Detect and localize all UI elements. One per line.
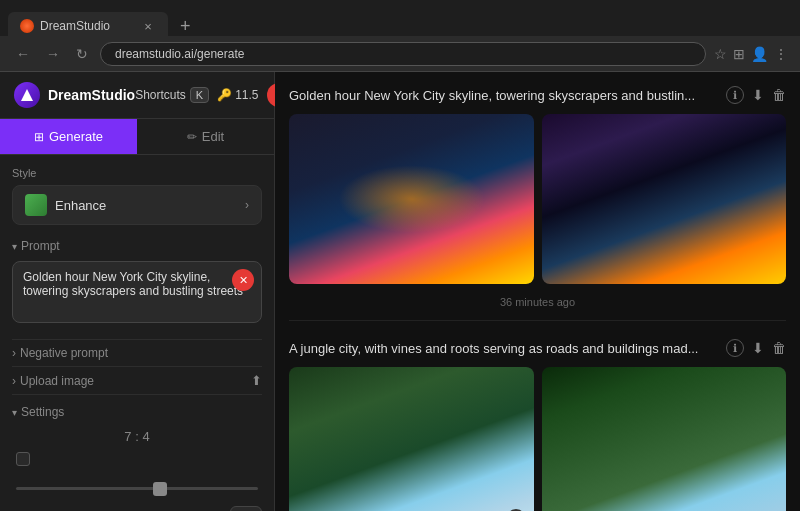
gen-actions-2: ℹ ⬇ 🗑	[726, 339, 786, 357]
prompt-clear-button[interactable]: ✕	[232, 269, 254, 291]
shortcuts-label: Shortcuts	[135, 88, 186, 102]
ratio-checkbox[interactable]	[16, 452, 30, 466]
app-logo: DreamStudio	[14, 82, 135, 108]
prompt-wrapper: Golden hour New York City skyline, tower…	[12, 261, 262, 327]
logo-inner	[21, 89, 33, 101]
sky-glow	[338, 165, 485, 233]
logo-icon	[14, 82, 40, 108]
ratio-slider[interactable]	[16, 487, 258, 490]
browser-chrome: DreamStudio × + ← → ↻ ☆ ⊞ 👤 ⋮	[0, 0, 800, 72]
gen-image-2-1[interactable]: ?	[289, 367, 534, 511]
gen-image-1-1[interactable]	[289, 114, 534, 284]
gen-delete-button-2[interactable]: 🗑	[772, 340, 786, 356]
gen-image-2-2[interactable]	[542, 367, 787, 511]
upload-label: › Upload image	[12, 374, 94, 388]
app: DreamStudio Shortcuts K 🔑 11.5 R ⊞ Gener…	[0, 72, 800, 511]
extensions-icon[interactable]: ⊞	[733, 46, 745, 62]
style-section-label: Style	[12, 167, 262, 179]
main-content: Golden hour New York City skyline, tower…	[275, 72, 800, 511]
negative-prompt-expand-icon: ›	[12, 346, 16, 360]
shortcut-key-badge: K	[190, 87, 209, 103]
forward-button[interactable]: →	[42, 44, 64, 64]
upload-image-row[interactable]: › Upload image ⬆	[12, 366, 262, 394]
tab-bar: DreamStudio × +	[0, 0, 800, 36]
address-bar-row: ← → ↻ ☆ ⊞ 👤 ⋮	[0, 36, 800, 72]
gen-actions-1: ℹ ⬇ 🗑	[726, 86, 786, 104]
gen-header-1: Golden hour New York City skyline, tower…	[289, 86, 786, 104]
credits-value: 11.5	[235, 88, 258, 102]
checkbox-row	[16, 452, 258, 466]
prompt-collapse-icon: ▾	[12, 241, 17, 252]
gen-header-2: A jungle city, with vines and roots serv…	[289, 339, 786, 357]
refresh-button[interactable]: ↻	[72, 44, 92, 64]
style-text: Enhance	[55, 198, 106, 213]
ratio-slider-container	[12, 452, 262, 494]
style-selector[interactable]: Enhance ›	[12, 185, 262, 225]
tab-title: DreamStudio	[40, 19, 134, 33]
ratio-display: 7 : 4	[12, 429, 262, 444]
settings-label: Settings	[21, 405, 64, 419]
browser-icons: ☆ ⊞ 👤 ⋮	[714, 46, 788, 62]
topbar-right: Shortcuts K 🔑 11.5 R	[135, 83, 290, 107]
prompt-input[interactable]: Golden hour New York City skyline, tower…	[12, 261, 262, 323]
upload-expand-icon: ›	[12, 374, 16, 388]
images-grid-2: ?	[289, 367, 786, 511]
sidebar-tabs: ⊞ Generate ✏ Edit	[0, 119, 274, 155]
gen-delete-button-1[interactable]: 🗑	[772, 87, 786, 103]
negative-prompt-label: Negative prompt	[20, 346, 108, 360]
style-icon	[25, 194, 47, 216]
sidebar: DreamStudio Shortcuts K 🔑 11.5 R ⊞ Gener…	[0, 72, 275, 511]
new-tab-button[interactable]: +	[172, 16, 199, 37]
generate-tab-icon: ⊞	[34, 130, 44, 144]
gen-timestamp-1: 36 minutes ago	[289, 292, 786, 321]
settings-collapse-icon: ▾	[12, 407, 17, 418]
upload-label-text: Upload image	[20, 374, 94, 388]
gen-info-button-2[interactable]: ℹ	[726, 339, 744, 357]
generation-group-2: A jungle city, with vines and roots serv…	[275, 325, 800, 511]
style-inner: Enhance	[25, 194, 106, 216]
tab-edit[interactable]: ✏ Edit	[137, 119, 274, 154]
prompt-section-header[interactable]: ▾ Prompt	[12, 239, 262, 253]
gen-prompt-text-1: Golden hour New York City skyline, tower…	[289, 88, 726, 103]
images-grid-1	[289, 114, 786, 284]
active-tab[interactable]: DreamStudio ×	[8, 12, 168, 40]
gen-prompt-text-2: A jungle city, with vines and roots serv…	[289, 341, 726, 356]
upload-icon: ⬆	[251, 373, 262, 388]
style-chevron-icon: ›	[245, 198, 249, 212]
credits-display: 🔑 11.5	[217, 88, 258, 102]
prompt-section: ▾ Prompt Golden hour New York City skyli…	[12, 239, 262, 327]
gen-download-button-2[interactable]: ⬇	[752, 340, 764, 356]
tab-generate-label: Generate	[49, 129, 103, 144]
menu-icon[interactable]: ⋮	[774, 46, 788, 62]
tab-close-button[interactable]: ×	[140, 18, 156, 34]
bookmark-icon[interactable]: ☆	[714, 46, 727, 62]
tab-generate[interactable]: ⊞ Generate	[0, 119, 137, 154]
tab-favicon	[20, 19, 34, 33]
back-button[interactable]: ←	[12, 44, 34, 64]
profile-icon[interactable]: 👤	[751, 46, 768, 62]
image-count-value: 2	[230, 506, 262, 511]
settings-header[interactable]: ▾ Settings	[12, 405, 262, 419]
shortcuts-button[interactable]: Shortcuts K	[135, 87, 209, 103]
image-count-row: Image count 2	[12, 506, 262, 511]
prompt-label: Prompt	[21, 239, 60, 253]
generation-group-1: Golden hour New York City skyline, tower…	[275, 72, 800, 325]
app-topbar: DreamStudio Shortcuts K 🔑 11.5 R	[0, 72, 274, 119]
settings-section: ▾ Settings 7 : 4 Image count 2	[12, 394, 262, 511]
gen-info-button-1[interactable]: ℹ	[726, 86, 744, 104]
negative-prompt-toggle[interactable]: › Negative prompt	[12, 339, 262, 366]
logo-text: DreamStudio	[48, 87, 135, 103]
gen-image-1-2[interactable]	[542, 114, 787, 284]
edit-tab-icon: ✏	[187, 130, 197, 144]
gen-download-button-1[interactable]: ⬇	[752, 87, 764, 103]
credits-icon: 🔑	[217, 88, 232, 102]
sidebar-content: Style Enhance › ▾ Prompt Golden hour New…	[0, 155, 274, 511]
address-input[interactable]	[100, 42, 706, 66]
tab-edit-label: Edit	[202, 129, 224, 144]
